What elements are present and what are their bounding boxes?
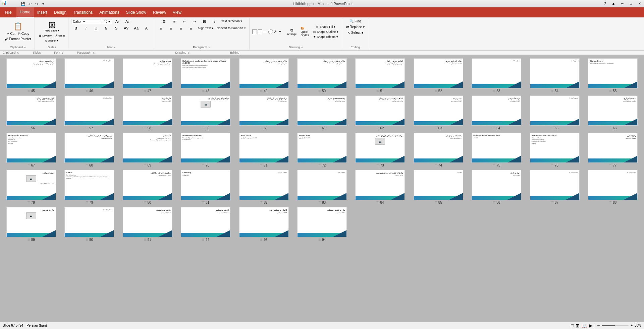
slide-menu-icon[interactable]: ☰ <box>376 164 379 167</box>
slide-item-60[interactable]: مراقبتهای پس از زایمانادامه مراقبت ها☰60 <box>236 95 291 130</box>
slide-item-84[interactable]: نیازهای تغذیه ای دوران شیردهینیازهای مخت… <box>353 170 408 204</box>
slide-menu-icon[interactable]: ☰ <box>493 164 495 167</box>
slide-menu-icon[interactable]: ☰ <box>318 238 321 241</box>
slide-item-47[interactable]: مرحله چهارممتن فارسی در مورد مرحله چهارم… <box>120 58 175 93</box>
shape-oval[interactable] <box>268 29 273 34</box>
slide-item-70[interactable]: Breast engorgementVascular & lymphatic e… <box>178 133 233 167</box>
slide-item-92[interactable]: نیاز به ویتامین Cاطلاعات ویتامین C☰92 <box>178 207 233 242</box>
shape-arrow[interactable]: ↗ <box>274 29 278 34</box>
shape-effects-btn[interactable]: ✦ Shape Effects ▾ <box>312 35 340 39</box>
font-name-dropdown[interactable]: Calibri ▾ <box>71 19 101 24</box>
arrange-btn[interactable]: ⧉Arrange <box>286 27 298 36</box>
slide-menu-icon[interactable]: ☰ <box>260 89 262 92</box>
design-menu-item[interactable]: Design <box>51 7 70 17</box>
slide-menu-icon[interactable]: ☰ <box>609 164 611 167</box>
slide-menu-icon[interactable]: ☰ <box>86 164 88 167</box>
slide-menu-icon[interactable]: ☰ <box>202 238 204 241</box>
align-left-btn[interactable]: ≡ <box>156 26 165 31</box>
format-painter-btn[interactable]: 🖌 Format Painter <box>3 37 33 42</box>
slide-item-63[interactable]: جسم رحماطلاعات جسم رحم☰63 <box>411 95 466 130</box>
transitions-menu-item[interactable]: Transitions <box>70 7 96 17</box>
slide-item-65[interactable]: محتوای اسلاید ۶۵☰65 <box>527 95 582 130</box>
quick-styles-btn[interactable]: 🎨QuickStyles <box>299 26 310 38</box>
slide-item-78[interactable]: زمان تزریخص📷زمان ترخیص: ۴۸-۷۲ ساعت☰78 <box>3 170 59 204</box>
copy-btn[interactable]: ⎘ Copy <box>17 31 31 36</box>
shape-outline-btn[interactable]: ▭ Shape Outline ▾ <box>312 29 340 34</box>
slide-menu-icon[interactable]: ☰ <box>435 89 437 92</box>
redo-qat-btn[interactable]: ↪ <box>34 1 40 7</box>
slide-menu-icon[interactable]: ☰ <box>260 238 262 241</box>
section-btn[interactable]: § Section ▾ <box>44 39 60 43</box>
slide-item-64[interactable]: ترشحات رحماطلاعات ترشحات☰64 <box>469 95 524 130</box>
slide-menu-icon[interactable]: ☰ <box>318 201 321 204</box>
paste-btn[interactable]: 📋 <box>11 22 24 31</box>
slide-menu-icon[interactable]: ☰ <box>86 89 88 92</box>
slide-item-49[interactable]: علائم خطر در حین زایمانعلائم خطر مختلف☰4… <box>236 58 291 93</box>
shape-rounded-rect[interactable] <box>258 29 262 34</box>
slide-item-91[interactable]: نیاز به ویتامین Aاطلاعات ویتامین A☰91 <box>120 207 175 242</box>
align-center-btn[interactable]: ≡ <box>166 26 175 31</box>
col-btn[interactable]: ⊟ <box>200 19 209 24</box>
slide-menu-icon[interactable]: ☰ <box>28 127 30 130</box>
animations-menu-item[interactable]: Animations <box>96 7 122 17</box>
zoom-slider[interactable] <box>602 325 629 326</box>
bold-btn[interactable]: B <box>71 25 80 31</box>
slide-menu-icon[interactable]: ☰ <box>493 201 495 204</box>
slide-item-66[interactable]: سیستم ادراریاطلاعات سیستم ادراری☰66 <box>585 95 641 130</box>
slide-item-76[interactable]: Abdominal wall relaxationAbdominal binde… <box>527 133 582 167</box>
slide-menu-icon[interactable]: ☰ <box>144 127 146 130</box>
slide-item-45[interactable]: مرحله سوم زیمانمتن فارسی اطلاعات زیمان د… <box>3 58 59 93</box>
shape-rect[interactable] <box>252 29 257 34</box>
slide-item-52[interactable]: تقلید اقدام و تعریفاطلاعات تقلید اقدام☰5… <box>411 58 466 93</box>
slide-panel[interactable]: مرحله سوم زیمانمتن فارسی اطلاعات زیمان د… <box>0 55 644 322</box>
slide-item-81[interactable]: Followupزمان پیگیری☰81 <box>178 170 233 204</box>
slide-menu-icon[interactable]: ☰ <box>202 201 204 204</box>
select-btn[interactable]: ↖ Select ▾ <box>346 30 364 35</box>
slide-item-61[interactable]: تعریف (puerperium)تعریف دوران نفاس☰61 <box>294 95 350 130</box>
slide-item-68[interactable]: ترومبوفلبیت عمقی باسطحیاطلاعات ترومبوفلب… <box>61 133 117 167</box>
slide-menu-icon[interactable]: ☰ <box>609 201 611 204</box>
slide-menu-icon[interactable]: ☰ <box>144 238 146 241</box>
shadow-btn[interactable]: S <box>111 25 121 31</box>
new-slide-btn[interactable]: 🖼New Slide ▾ <box>43 21 60 33</box>
save-qat-btn[interactable]: 💾 <box>20 1 26 7</box>
find-btn[interactable]: 🔍 Find <box>348 19 362 24</box>
replace-btn[interactable]: ⇄ Replace ▾ <box>345 24 366 29</box>
slide-menu-icon[interactable]: ☰ <box>609 89 611 92</box>
shape-fill-btn[interactable]: ▭ Shape Fill ▾ <box>312 24 340 29</box>
slide-menu-icon[interactable]: ☰ <box>435 164 437 167</box>
zoom-in-btn[interactable]: + <box>631 324 633 327</box>
reading-view-btn[interactable]: 📖 <box>582 323 587 328</box>
shape-more[interactable]: ▾ <box>279 29 284 34</box>
slide-item-85[interactable]: اطلاعات☰85 <box>411 170 466 204</box>
slide-item-46[interactable]: محتوای اسلاید ۴۶☰46 <box>61 58 117 93</box>
cut-btn[interactable]: ✂ Cut <box>5 31 17 36</box>
file-menu-btn[interactable]: File <box>0 7 16 17</box>
slide-item-82[interactable]: اطلاعات شیردهی☰82 <box>236 170 291 204</box>
slide-item-62[interactable]: اهداف مراقبت پس از زایماناهداف متعدد مرا… <box>353 95 408 130</box>
numbering-btn[interactable]: ≡ <box>170 19 179 24</box>
slide-item-50[interactable]: علائم خطر در حین زایمانادامه علائم خطر☰5… <box>294 58 350 93</box>
slide-menu-icon[interactable]: ☰ <box>318 164 321 167</box>
slide-menu-icon[interactable]: ☰ <box>28 89 30 92</box>
slide-menu-icon[interactable]: ☰ <box>144 89 146 92</box>
text-dir-btn[interactable]: Text Direction ▾ <box>220 19 244 24</box>
slide-menu-icon[interactable]: ☰ <box>551 89 553 92</box>
strikethrough-btn[interactable]: S <box>101 25 111 31</box>
font-case-btn[interactable]: Aa <box>131 25 141 31</box>
slide-menu-icon[interactable]: ☰ <box>493 127 495 130</box>
slide-menu-icon[interactable]: ☰ <box>28 201 30 204</box>
slide-item-89[interactable]: نیاز به پروتیین📷☰89 <box>3 207 59 242</box>
slide-menu-icon[interactable]: ☰ <box>260 127 262 130</box>
slide-item-51[interactable]: القاء و تعریف زایمانتعریف و روش های القا… <box>353 58 408 93</box>
ribbon-minimize-btn[interactable]: ▲ <box>609 0 618 7</box>
slide-menu-icon[interactable]: ☰ <box>86 201 88 204</box>
slide-item-87[interactable]: محتوای اسلاید ۸۷☰87 <box>527 170 582 204</box>
minimize-btn[interactable]: ─ <box>618 0 627 7</box>
slide-item-75[interactable]: Postpartum blue/ baby blueاطلاعات☰75 <box>469 133 524 167</box>
slide-item-53[interactable]: جدول اطلاعات☰53 <box>469 58 524 93</box>
slide-item-59[interactable]: مراقبتهای پس از زایمان📷☰59 <box>178 95 233 130</box>
slide-menu-icon[interactable]: ☰ <box>551 164 553 167</box>
close-btn[interactable]: ✕ <box>635 0 644 7</box>
slide-item-86[interactable]: نیاز به ازیاطلاعات ازی☰86 <box>469 170 524 204</box>
